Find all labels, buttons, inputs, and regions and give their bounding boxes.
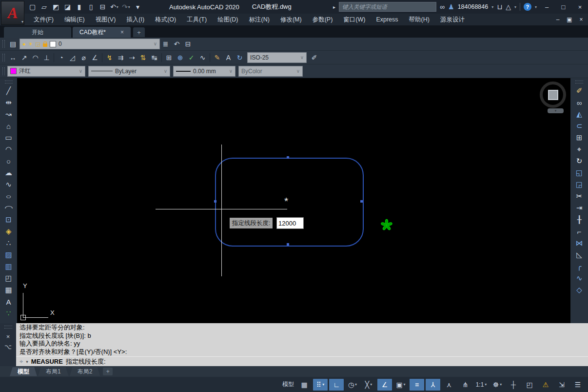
- modify-offset[interactable]: ⊂: [573, 120, 586, 132]
- snap-mode[interactable]: ⠿▾: [313, 379, 328, 391]
- clean-screen[interactable]: ⇲: [554, 379, 569, 391]
- modify-extend[interactable]: ⇥: [573, 202, 586, 214]
- minimize-button[interactable]: –: [540, 1, 553, 13]
- dim-aligned[interactable]: ↗: [19, 52, 30, 63]
- layer-previous[interactable]: ↶: [171, 39, 182, 49]
- modify-erase[interactable]: ✐: [573, 85, 586, 97]
- new-file[interactable]: ▢: [27, 1, 38, 12]
- grip-point[interactable]: [360, 200, 363, 203]
- layout-tab-layout1[interactable]: 布局1: [38, 367, 69, 376]
- draw-polygon[interactable]: ⌂: [2, 120, 15, 132]
- dim-style-manager-button[interactable]: ✐: [309, 52, 320, 63]
- redo-caret-icon[interactable]: ▾: [128, 5, 130, 9]
- make-object-layer-current[interactable]: ≣: [160, 39, 171, 49]
- annotation-scale-value[interactable]: 1:1▾: [474, 379, 489, 391]
- toolbar-grip[interactable]: [5, 81, 13, 83]
- modify-join[interactable]: ⋈: [573, 237, 586, 249]
- layer-freeze-sun-icon[interactable]: ☀: [28, 41, 33, 47]
- isometric-drafting[interactable]: ╳▾: [361, 379, 376, 391]
- modify-scale[interactable]: ◱: [573, 167, 586, 179]
- draw-line[interactable]: ╱: [2, 85, 15, 97]
- draw-spline[interactable]: ∿: [2, 179, 15, 190]
- modify-break-at-point[interactable]: ╂: [573, 214, 586, 226]
- menu-tools[interactable]: 工具(T): [181, 14, 212, 25]
- annotation-visibility[interactable]: ⅄: [426, 379, 440, 391]
- toolbar-grip[interactable]: [2, 54, 5, 62]
- menu-window[interactable]: 窗口(W): [338, 14, 371, 25]
- draw-circle[interactable]: ○: [2, 155, 15, 167]
- dim-jogged[interactable]: ◿: [67, 52, 78, 63]
- toolbar-grip[interactable]: [2, 67, 5, 75]
- polar-tracking[interactable]: ◷▾: [345, 379, 360, 391]
- layer-vp-freeze-icon[interactable]: ◲: [36, 41, 40, 47]
- dim-ordinate[interactable]: ⊥: [41, 52, 52, 63]
- menu-draw[interactable]: 绘图(D): [212, 14, 243, 25]
- menu-express[interactable]: Express: [371, 14, 403, 25]
- dim-style-dropdown[interactable]: ISO-25 ∨: [247, 52, 307, 63]
- block-yy-flower[interactable]: [380, 219, 393, 231]
- grip-point[interactable]: [287, 156, 289, 159]
- draw-arc[interactable]: ◠: [2, 144, 15, 155]
- modify-stretch[interactable]: ◲: [573, 179, 586, 190]
- maximize-button[interactable]: □: [557, 1, 570, 13]
- draw-revision-cloud[interactable]: ☁: [2, 167, 15, 179]
- save-to-mobile[interactable]: ▯: [86, 1, 96, 12]
- grip-point[interactable]: [287, 243, 289, 246]
- menu-dimension[interactable]: 标注(N): [244, 14, 275, 25]
- qat-customize[interactable]: ▾: [133, 1, 143, 12]
- redo[interactable]: ↷▾: [121, 1, 131, 12]
- doc-close-button[interactable]: ×: [576, 15, 586, 24]
- save-as[interactable]: ◪: [62, 1, 73, 12]
- draw-construction-line[interactable]: ⇹: [2, 97, 15, 108]
- layout-tab-model[interactable]: 模型: [10, 367, 37, 376]
- draw-ellipse-arc[interactable]: ◠: [2, 202, 15, 214]
- undo-caret-icon[interactable]: ▾: [117, 5, 118, 9]
- view-cube-top-face[interactable]: [548, 90, 558, 100]
- dim-update[interactable]: ↻: [234, 52, 245, 63]
- crosshair-plus[interactable]: ┼: [506, 379, 521, 391]
- customization-menu[interactable]: ☰: [570, 379, 585, 391]
- menu-insert[interactable]: 插入(I): [121, 14, 150, 25]
- new-layout-button[interactable]: +: [103, 368, 113, 375]
- toolbar-grip[interactable]: [575, 81, 583, 83]
- close-button[interactable]: ×: [573, 1, 587, 13]
- new-tab-button[interactable]: +: [133, 27, 145, 37]
- command-line-close-icon[interactable]: ×: [6, 332, 10, 340]
- menu-yuanquan[interactable]: 源泉设计: [435, 14, 470, 25]
- layout-tab-layout2[interactable]: 布局2: [70, 367, 100, 376]
- draw-insert-block[interactable]: ⊡: [2, 214, 15, 226]
- app-store-cart-icon[interactable]: ⊔: [497, 3, 502, 11]
- object-snap[interactable]: ▣▾: [393, 379, 408, 391]
- draw-polyline[interactable]: ↝: [2, 108, 15, 120]
- dim-inspect[interactable]: ✓: [186, 52, 197, 63]
- layer-on-bulb-icon[interactable]: ●: [22, 41, 26, 47]
- navbar-collapse-button[interactable]: ▾: [548, 108, 564, 113]
- dim-spacing[interactable]: ⇅: [137, 52, 149, 63]
- dim-diameter[interactable]: ⌀: [78, 52, 89, 63]
- modify-break[interactable]: ⌐: [573, 226, 586, 237]
- dim-angular[interactable]: ∠: [89, 52, 100, 63]
- dim-style-caret-icon[interactable]: ∨: [300, 55, 304, 60]
- draw-gradient[interactable]: ▥: [2, 261, 15, 272]
- application-menu-button[interactable]: A ▾: [1, 1, 24, 25]
- menu-view[interactable]: 视图(V): [90, 14, 121, 25]
- undo[interactable]: ↶▾: [109, 1, 119, 12]
- tolerance[interactable]: ⊞: [163, 52, 175, 63]
- a360-icon[interactable]: △: [506, 3, 511, 11]
- layer-dropdown[interactable]: ● ☀ ◲ 0 ∨: [20, 39, 160, 49]
- layer-unlock-icon[interactable]: [43, 43, 47, 47]
- search-input[interactable]: [339, 2, 436, 12]
- help-button[interactable]: ?: [524, 3, 531, 11]
- dim-baseline[interactable]: ⇉: [115, 52, 126, 63]
- tab-cad-tutorial[interactable]: CAD教程* ×: [73, 27, 131, 38]
- object-color-dropdown[interactable]: 洋红 ∨: [7, 66, 85, 77]
- modify-fillet[interactable]: ╭: [573, 261, 586, 272]
- command-line-grip[interactable]: [4, 326, 12, 329]
- recent-commands-caret-icon[interactable]: ▾: [26, 359, 28, 364]
- linetype-caret-icon[interactable]: ∨: [164, 69, 167, 74]
- draw-create-block[interactable]: ◈: [2, 226, 15, 237]
- rounded-rectangle-polyline[interactable]: [215, 158, 364, 247]
- modify-mirror[interactable]: ◭: [573, 108, 586, 120]
- lineweight-caret-icon[interactable]: ∨: [229, 69, 233, 74]
- plotstyle-dropdown[interactable]: ByColor ∨: [238, 66, 303, 77]
